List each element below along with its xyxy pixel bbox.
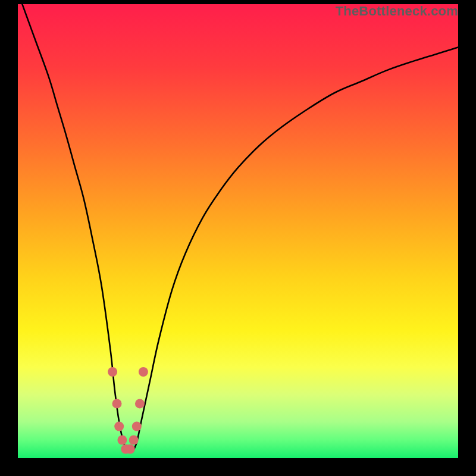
highlight-dot <box>129 435 139 444</box>
plot-area <box>18 4 458 458</box>
highlight-dot <box>139 367 148 377</box>
highlight-dot <box>117 435 127 444</box>
highlight-dot <box>132 422 142 431</box>
highlight-dot <box>108 367 117 377</box>
highlight-dot <box>112 399 122 408</box>
highlight-dot <box>114 422 124 431</box>
chart-svg <box>18 4 458 458</box>
watermark-text: TheBottleneck.com <box>336 4 458 19</box>
chart-frame: TheBottleneck.com <box>0 0 476 476</box>
highlight-dot <box>126 444 135 454</box>
highlight-dot <box>135 399 145 408</box>
gradient-background <box>18 4 458 458</box>
